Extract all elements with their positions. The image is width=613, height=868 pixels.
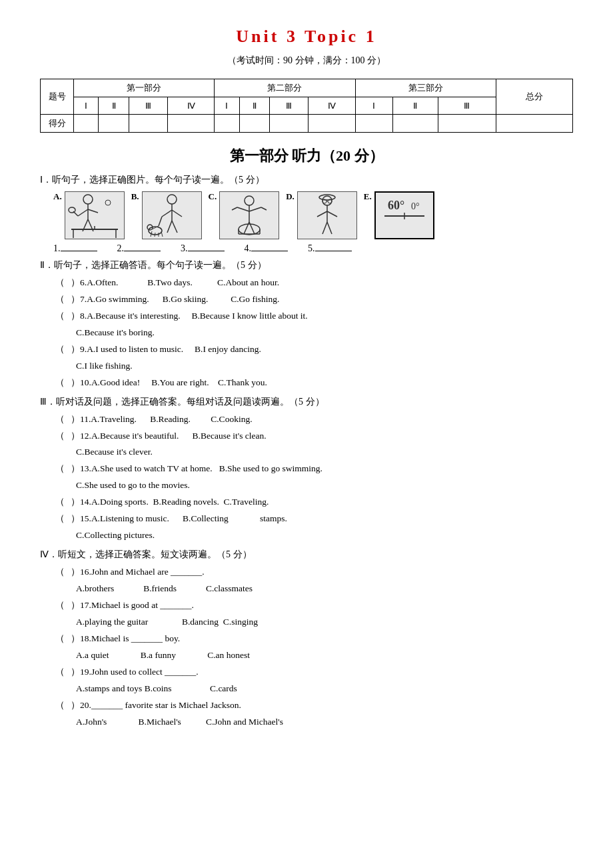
q13-line2: C.She used to go to the movies.	[40, 478, 573, 493]
score-cell	[438, 115, 496, 133]
svg-line-23	[155, 233, 155, 237]
q18-options: A.a quiet B.a funny C.an honest	[40, 648, 573, 663]
score-cell	[215, 115, 239, 133]
section-i-instruction: Ⅰ．听句子，选择正确图片。每个句子读一遍。（5 分）	[40, 174, 573, 186]
table-sub-ii2: Ⅱ	[239, 97, 270, 115]
table-sub-iii1: Ⅲ	[129, 97, 167, 115]
q16-text: ）16.John and Michael are _______.	[71, 565, 205, 580]
paren-7: （	[53, 292, 67, 307]
q16-options: A.brothers B.friends C.classmates	[40, 581, 573, 597]
image-label-d: D.	[286, 191, 295, 202]
svg-point-27	[245, 196, 254, 205]
images-row: A.	[53, 191, 573, 239]
score-cell	[308, 115, 356, 133]
svg-line-18	[167, 221, 172, 233]
blank-3: 3.	[181, 243, 225, 254]
question-8: （ ）8.A.Because it's interesting. B.Becau…	[40, 309, 573, 324]
svg-line-16	[172, 210, 182, 217]
table-cell-defen: 得分	[41, 115, 74, 133]
svg-line-48	[327, 222, 332, 234]
q19-text: ）19.John used to collect _______.	[71, 665, 199, 680]
q15-line2: C.Collecting pictures.	[40, 528, 573, 543]
paren-14: （	[53, 495, 67, 510]
paren-13: （	[53, 461, 67, 477]
table-sub-iv2: Ⅳ	[308, 97, 356, 115]
question-14: （ ）14.A.Doing sports. B.Reading novels. …	[40, 495, 573, 510]
question-18: （ ）18.Michael is _______ boy.	[40, 631, 573, 647]
table-header-part2: 第二部分	[215, 79, 355, 97]
paren-17: （	[53, 598, 67, 613]
image-item-a: A.	[53, 191, 125, 239]
svg-line-46	[327, 211, 337, 217]
q10-text: ）10.A.Good idea! B.You are right. C.Than…	[71, 375, 267, 391]
image-item-e: E. 60° 0°	[364, 191, 434, 239]
svg-line-2	[78, 209, 88, 216]
svg-line-45	[317, 211, 327, 217]
paren-18: （	[53, 631, 67, 647]
svg-point-0	[83, 195, 93, 204]
q7-text: ）7.A.Go swimming. B.Go skiing. C.Go fish…	[71, 292, 279, 307]
image-item-b: B.	[131, 191, 202, 239]
paren-12: （	[53, 429, 67, 444]
question-17: （ ）17.Michael is good at _______.	[40, 598, 573, 613]
q11-text: ）11.A.Traveling. B.Reading. C.Cooking.	[71, 412, 253, 427]
table-sub-iii2: Ⅲ	[270, 97, 308, 115]
score-cell	[99, 115, 129, 133]
table-sub-i2: Ⅰ	[215, 97, 239, 115]
image-label-c: C.	[209, 191, 217, 202]
paren-9: （	[53, 342, 67, 357]
svg-line-29	[237, 207, 249, 211]
image-label-e: E.	[364, 191, 372, 202]
exam-info: （考试时间：90 分钟，满分：100 分）	[40, 55, 573, 67]
paren-10: （	[53, 375, 67, 391]
svg-point-40	[319, 195, 335, 200]
image-label-b: B.	[131, 191, 139, 202]
table-cell-tihao: 题号	[41, 79, 74, 115]
q6-text: ）6.A.Often. B.Two days. C.About an hour.	[71, 275, 279, 291]
q15-text: ）15.A.Listening to music. B.Collecting s…	[71, 511, 287, 527]
q19-options: A.stamps and toys B.coins C.cards	[40, 681, 573, 697]
svg-point-39	[322, 196, 332, 205]
table-header-part3: 第三部分	[355, 79, 496, 97]
svg-text:0°: 0°	[411, 201, 420, 211]
blank-5: 5.	[308, 243, 352, 254]
q9-line2: C.I like fishing.	[40, 359, 573, 374]
q17-text: ）17.Michael is good at _______.	[71, 598, 194, 613]
q18-text: ）18.Michael is _______ boy.	[71, 631, 180, 647]
table-sub-i1: Ⅰ	[74, 97, 99, 115]
question-10: （ ）10.A.Good idea! B.You are right. C.Th…	[40, 375, 573, 391]
image-c	[219, 191, 279, 239]
section-iv-instruction: Ⅳ．听短文，选择正确答案。短文读两遍。（5 分）	[40, 549, 573, 561]
paren-15: （	[53, 511, 67, 527]
blank-4: 4.	[245, 243, 289, 254]
question-11: （ ）11.A.Traveling. B.Reading. C.Cooking.	[40, 412, 573, 427]
q12-text: ）12.A.Because it's beautiful. B.Because …	[71, 429, 267, 444]
svg-point-4	[69, 207, 75, 213]
q8-text: ）8.A.Because it's interesting. B.Because…	[71, 309, 308, 324]
svg-point-8	[105, 200, 111, 205]
score-table: 题号 第一部分 第二部分 第三部分 总分 Ⅰ Ⅱ Ⅲ Ⅳ Ⅰ Ⅱ Ⅲ Ⅳ Ⅰ Ⅱ…	[40, 79, 573, 133]
table-header-part1: 第一部分	[74, 79, 215, 97]
svg-line-19	[172, 221, 177, 233]
score-cell	[74, 115, 99, 133]
q9-text: ）9.A.I used to listen to music. B.I enjo…	[71, 342, 261, 357]
image-e: 60° 0°	[374, 191, 434, 239]
image-label-a: A.	[53, 191, 62, 202]
image-d	[297, 191, 357, 239]
q12-line2: C.Because it's clever.	[40, 445, 573, 460]
score-cell	[355, 115, 392, 133]
svg-line-15	[162, 210, 172, 217]
blank-1: 1.	[53, 243, 97, 254]
table-sub-i3: Ⅰ	[355, 97, 392, 115]
q20-options: A.John's B.Michael's C.John and Michael'…	[40, 715, 573, 730]
section-iii-instruction: Ⅲ．听对话及问题，选择正确答案。每组对话及问题读两遍。（5 分）	[40, 396, 573, 408]
score-cell	[167, 115, 215, 133]
table-sub-iii3: Ⅲ	[438, 97, 496, 115]
section-ii-questions: （ ）6.A.Often. B.Two days. C.About an hou…	[40, 275, 573, 391]
blank-2: 2.	[117, 243, 161, 254]
score-cell	[239, 115, 270, 133]
svg-line-32	[261, 207, 267, 210]
svg-line-17	[159, 217, 162, 226]
image-item-d: D.	[286, 191, 357, 239]
paren-16: （	[53, 565, 67, 580]
